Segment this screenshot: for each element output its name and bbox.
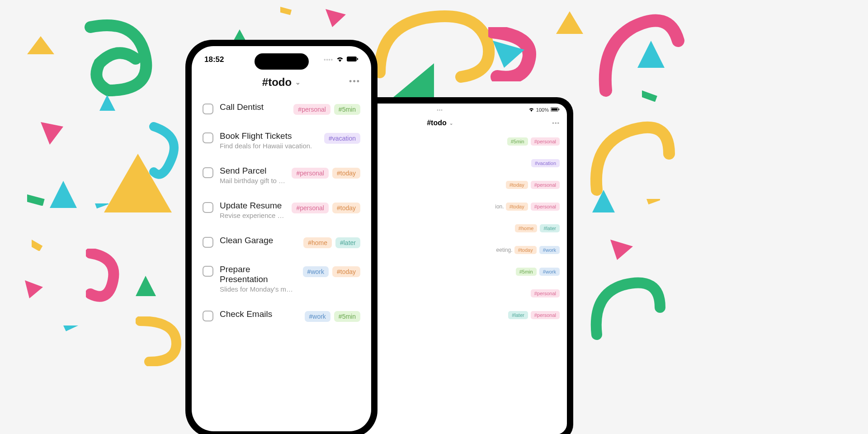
todo-tags: #personal#today (292, 168, 360, 179)
chevron-down-icon: ⌄ (295, 79, 301, 86)
tag[interactable]: #later (540, 224, 560, 232)
svg-rect-9 (63, 326, 79, 331)
todo-item[interactable]: Book Flight TicketsFind deals for Hawaii… (203, 123, 360, 158)
tag[interactable]: #today (332, 168, 360, 179)
tag[interactable]: #today (506, 203, 528, 211)
tag[interactable]: #5min (334, 311, 360, 322)
tag[interactable]: #personal (292, 203, 329, 213)
todo-item[interactable]: Clean Garage#home#later (203, 227, 360, 256)
todo-checkbox[interactable] (203, 266, 213, 277)
todo-subtitle: Slides for Monday's marketing… (220, 285, 297, 293)
phone-app-header: #todo ⌄ ••• (192, 69, 371, 94)
tag[interactable]: #personal (531, 137, 560, 146)
tag[interactable]: #personal (292, 168, 329, 179)
phone-todo-list: Call Dentist#personal#5minBook Flight Ti… (192, 94, 371, 330)
tag[interactable]: #work (305, 311, 330, 322)
tag[interactable]: #today (332, 266, 360, 277)
todo-checkbox[interactable] (203, 104, 213, 114)
todo-subtitle-fragment: ion. (495, 203, 504, 210)
tag[interactable]: #home (515, 224, 538, 232)
phone-more-button[interactable]: ••• (349, 77, 360, 86)
todo-body: Update ResumeRevise experience and skill… (220, 201, 285, 219)
svg-marker-0 (27, 36, 54, 54)
todo-body: Send ParcelMail birthday gift to Maria. (220, 166, 285, 184)
wifi-icon (528, 107, 534, 113)
svg-marker-2 (99, 95, 115, 111)
todo-checkbox[interactable] (203, 202, 213, 213)
svg-rect-18 (642, 90, 657, 102)
todo-title: Check Emails (220, 309, 298, 319)
tag[interactable]: #5min (516, 268, 537, 276)
phone-frame: 18:52 •••• #todo ⌄ ••• Call Dentist#pers… (185, 40, 377, 434)
todo-body: Clean Garage (220, 236, 297, 245)
tag[interactable]: #personal (531, 311, 560, 319)
svg-marker-8 (25, 280, 43, 298)
todo-item[interactable]: Check Emails#work#5min (203, 301, 360, 330)
todo-item[interactable]: Send ParcelMail birthday gift to Maria.#… (203, 158, 360, 193)
tag[interactable]: #personal (531, 289, 560, 297)
svg-rect-3 (27, 194, 45, 206)
svg-marker-5 (50, 181, 77, 208)
todo-body: Prepare PresentationSlides for Monday's … (220, 264, 297, 293)
svg-rect-25 (347, 57, 357, 61)
battery-icon (551, 107, 560, 113)
tag[interactable]: #later (335, 237, 360, 248)
wifi-icon (336, 55, 344, 64)
todo-tags: #personal#today (292, 203, 360, 213)
todo-title: Send Parcel (220, 166, 285, 176)
tag[interactable]: #later (508, 311, 528, 319)
phone-app-title[interactable]: #todo ⌄ (262, 76, 301, 89)
tag[interactable]: #today (514, 246, 537, 254)
tag[interactable]: #5min (334, 104, 360, 115)
battery-icon (347, 55, 359, 64)
tag[interactable]: #work (539, 246, 560, 254)
todo-item[interactable]: Update ResumeRevise experience and skill… (203, 193, 360, 227)
tag[interactable]: #vacation (324, 133, 360, 144)
svg-marker-1 (41, 122, 63, 145)
tag[interactable]: #personal (293, 104, 330, 115)
svg-marker-15 (493, 41, 524, 68)
todo-tags: #home#later (515, 224, 560, 232)
svg-marker-17 (637, 41, 665, 68)
svg-marker-13 (326, 9, 346, 27)
svg-rect-7 (32, 240, 42, 251)
tag[interactable]: #personal (531, 181, 560, 189)
tag[interactable]: #work (539, 268, 560, 276)
todo-checkbox[interactable] (203, 132, 213, 143)
todo-title: Book Flight Tickets (220, 131, 318, 141)
todo-tags: #work#today (303, 266, 360, 277)
svg-rect-26 (357, 58, 358, 60)
todo-item[interactable]: Call Dentist#personal#5min (203, 94, 360, 123)
tablet-app-title[interactable]: #todo ⌄ (427, 119, 453, 127)
phone-app-title-text: #todo (262, 76, 292, 89)
todo-tags: #personal#5min (293, 104, 360, 115)
todo-body: Check Emails (220, 309, 298, 319)
tablet-handle-indicator: ••• (437, 108, 443, 113)
svg-marker-16 (556, 11, 583, 34)
todo-tags: #later#personal (508, 311, 560, 319)
todo-tags: #vacation (324, 133, 360, 144)
svg-rect-23 (552, 108, 557, 111)
tag[interactable]: #today (332, 203, 360, 213)
todo-subtitle: Mail birthday gift to Maria. (220, 177, 285, 184)
svg-marker-19 (592, 190, 615, 212)
tablet-more-button[interactable]: ••• (552, 120, 560, 127)
todo-subtitle: Revise experience and skill… (220, 212, 285, 219)
todo-tags: #5min#work (516, 268, 560, 276)
tag[interactable]: #personal (531, 203, 560, 211)
todo-tags: #today#personal (506, 181, 560, 189)
todo-checkbox[interactable] (203, 311, 213, 321)
tag[interactable]: #work (303, 266, 329, 277)
tag[interactable]: #today (506, 181, 528, 189)
todo-tags: #today#work (514, 246, 560, 254)
tag[interactable]: #5min (507, 137, 528, 146)
svg-rect-24 (559, 108, 560, 110)
todo-item[interactable]: Prepare PresentationSlides for Monday's … (203, 256, 360, 301)
todo-checkbox[interactable] (203, 167, 213, 178)
todo-checkbox[interactable] (203, 237, 213, 248)
svg-rect-6 (95, 203, 108, 208)
tag[interactable]: #home (303, 237, 332, 248)
todo-body: Book Flight TicketsFind deals for Hawaii… (220, 131, 318, 150)
todo-subtitle: Find deals for Hawaii vacation. (220, 142, 318, 150)
tag[interactable]: #vacation (531, 159, 560, 167)
